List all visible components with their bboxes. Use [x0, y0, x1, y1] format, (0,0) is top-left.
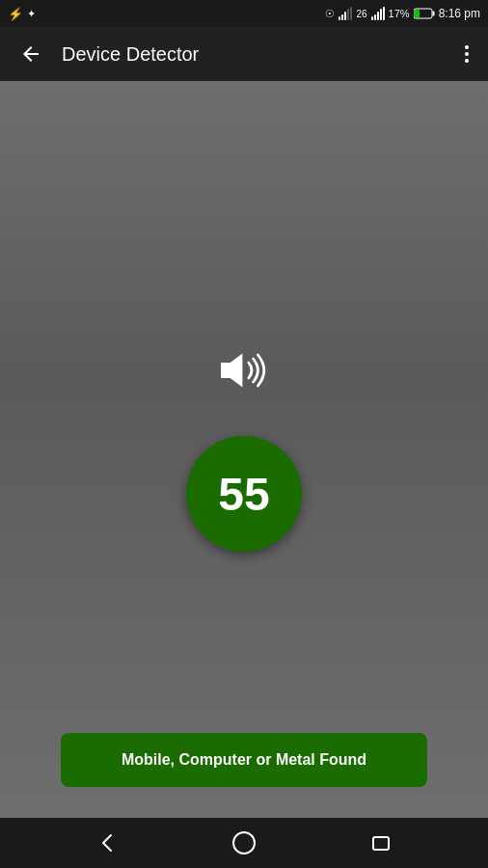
usb-icon: ⚡	[8, 7, 23, 21]
home-nav-button[interactable]	[223, 822, 265, 864]
back-button[interactable]	[15, 39, 46, 69]
page-title: Device Detector	[62, 43, 446, 66]
screen-icon: ☉	[325, 8, 335, 20]
nav-bar	[0, 818, 488, 868]
more-options-button[interactable]	[461, 41, 473, 67]
detection-status-text: Mobile, Computer or Metal Found	[122, 751, 366, 769]
app-bar: Device Detector	[0, 27, 488, 81]
status-bar-left: ⚡ ✦	[8, 7, 36, 21]
svg-rect-4	[373, 837, 389, 850]
signal-bars-1	[339, 7, 352, 20]
recents-nav-button[interactable]	[360, 822, 402, 864]
back-nav-button[interactable]	[86, 822, 128, 864]
time-display: 8:16 pm	[439, 7, 480, 20]
main-content: 55 Mobile, Computer or Metal Found	[0, 81, 488, 818]
network-type: 26	[356, 9, 366, 19]
usb2-icon: ✦	[27, 8, 36, 20]
detection-value: 55	[218, 468, 269, 521]
status-bar-right: ☉ 26 17% 8:16 pm	[325, 7, 480, 20]
dot-1	[465, 45, 469, 49]
detection-circle: 55	[186, 436, 302, 552]
dot-3	[465, 59, 469, 63]
svg-rect-1	[432, 12, 434, 16]
status-bar: ⚡ ✦ ☉ 26 17% 8:16 pm	[0, 0, 488, 27]
svg-rect-2	[415, 10, 420, 17]
svg-point-3	[233, 832, 255, 854]
battery-icon	[414, 8, 435, 19]
speaker-icon	[213, 347, 275, 397]
detection-status-button[interactable]: Mobile, Computer or Metal Found	[61, 733, 427, 787]
battery-percent: 17%	[389, 8, 410, 19]
signal-bars-2	[371, 7, 385, 20]
dot-2	[465, 52, 469, 56]
